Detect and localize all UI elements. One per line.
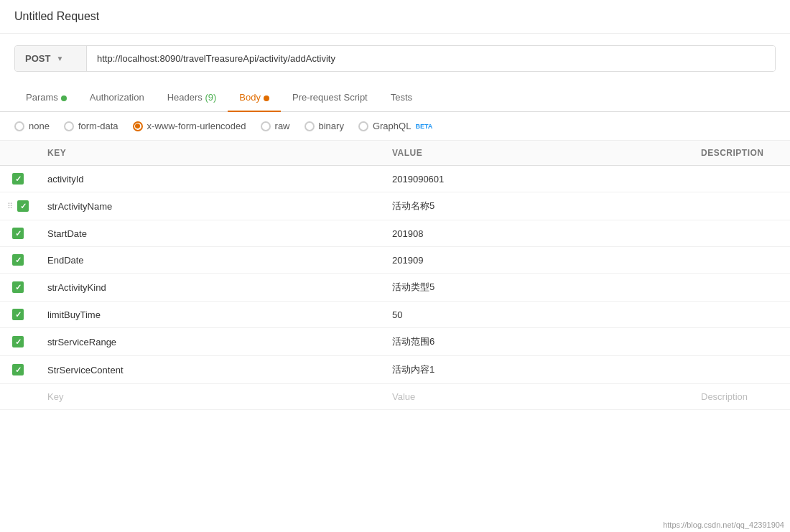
empty-key-cell[interactable]: Key: [36, 384, 381, 409]
row-desc-cell[interactable]: [689, 220, 790, 246]
body-type-none[interactable]: none: [14, 121, 50, 131]
row-checkbox-cell: [0, 274, 36, 301]
row-key-cell[interactable]: EndDate: [36, 247, 381, 273]
row-key-cell[interactable]: StartDate: [36, 220, 381, 246]
row-desc-cell[interactable]: [689, 247, 790, 273]
row-desc-cell[interactable]: [689, 192, 790, 220]
table-row: ⠿ strActivityName 活动名称5: [0, 192, 790, 220]
beta-badge: BETA: [415, 123, 432, 130]
row-checkbox-cell: [0, 247, 36, 273]
row-checkbox[interactable]: [12, 336, 24, 347]
radio-binary: [305, 121, 315, 131]
tab-tests[interactable]: Tests: [379, 83, 424, 111]
row-desc-cell[interactable]: [689, 166, 790, 192]
row-checkbox[interactable]: [12, 364, 24, 375]
body-dot: [264, 95, 269, 101]
col-header-value: VALUE: [381, 141, 689, 165]
table-row: limitBuyTime 50: [0, 302, 790, 328]
row-checkbox[interactable]: [12, 281, 24, 293]
row-desc-cell[interactable]: [689, 328, 790, 355]
row-checkbox-cell: [0, 220, 36, 246]
col-header-key: KEY: [36, 141, 381, 165]
table-header: KEY VALUE DESCRIPTION: [0, 141, 790, 166]
url-input[interactable]: [87, 46, 775, 71]
row-key-cell[interactable]: StrServiceContent: [36, 356, 381, 383]
row-key-cell[interactable]: strActivityName: [36, 192, 381, 220]
body-type-graphql[interactable]: GraphQL BETA: [358, 121, 432, 131]
row-key-cell[interactable]: strServiceRange: [36, 328, 381, 355]
row-key-cell[interactable]: limitBuyTime: [36, 302, 381, 327]
chevron-down-icon: ▼: [56, 55, 63, 62]
row-checkbox[interactable]: [12, 254, 24, 266]
params-dot: [61, 95, 67, 101]
tab-pre-request-script[interactable]: Pre-request Script: [281, 83, 379, 111]
row-checkbox[interactable]: [12, 173, 24, 185]
tab-body[interactable]: Body: [228, 83, 281, 111]
row-checkbox-cell: [0, 302, 36, 327]
body-type-form-data[interactable]: form-data: [64, 121, 118, 131]
body-type-binary[interactable]: binary: [305, 121, 344, 131]
row-value-cell[interactable]: 201909: [381, 247, 689, 273]
row-checkbox[interactable]: [12, 228, 24, 239]
page-title: Untitled Request: [0, 0, 790, 34]
table-row: strActivityKind 活动类型5: [0, 274, 790, 302]
tab-authorization[interactable]: Authorization: [78, 83, 156, 111]
body-type-x-www-form-urlencoded[interactable]: x-www-form-urlencoded: [133, 121, 246, 131]
row-checkbox[interactable]: [17, 200, 29, 212]
method-selector[interactable]: POST ▼: [15, 46, 87, 71]
empty-checkbox-cell: [0, 384, 36, 409]
row-value-cell[interactable]: 活动类型5: [381, 274, 689, 301]
params-table: KEY VALUE DESCRIPTION activityId 2019090…: [0, 141, 790, 410]
table-row: EndDate 201909: [0, 247, 790, 274]
empty-value-cell[interactable]: Value: [381, 384, 689, 409]
drag-handle-icon[interactable]: ⠿: [7, 202, 13, 211]
empty-desc-cell[interactable]: Description: [689, 384, 790, 409]
headers-badge: (9): [205, 92, 216, 103]
row-checkbox-cell: [0, 328, 36, 355]
body-type-raw[interactable]: raw: [261, 121, 290, 131]
table-row-empty: Key Value Description: [0, 384, 790, 410]
method-label: POST: [25, 53, 50, 64]
row-checkbox-cell: ⠿: [0, 192, 36, 220]
row-key-cell[interactable]: strActivityKind: [36, 274, 381, 301]
table-row: StrServiceContent 活动内容1: [0, 356, 790, 384]
table-row: activityId 2019090601: [0, 166, 790, 192]
row-checkbox[interactable]: [12, 309, 24, 320]
row-value-cell[interactable]: 50: [381, 302, 689, 327]
request-bar: POST ▼: [14, 45, 776, 72]
radio-none: [14, 121, 24, 131]
row-checkbox-cell: [0, 356, 36, 383]
row-key-cell[interactable]: activityId: [36, 166, 381, 192]
radio-x-www-form-urlencoded: [133, 121, 143, 131]
row-value-cell[interactable]: 活动范围6: [381, 328, 689, 355]
row-value-cell[interactable]: 活动内容1: [381, 356, 689, 383]
tab-params[interactable]: Params: [14, 83, 78, 111]
table-row: StartDate 201908: [0, 220, 790, 247]
row-value-cell[interactable]: 201908: [381, 220, 689, 246]
radio-form-data: [64, 121, 74, 131]
tab-headers[interactable]: Headers (9): [156, 83, 228, 111]
row-value-cell[interactable]: 活动名称5: [381, 192, 689, 220]
row-desc-cell[interactable]: [689, 302, 790, 327]
table-row: strServiceRange 活动范围6: [0, 328, 790, 356]
tabs-bar: Params Authorization Headers (9) Body Pr…: [0, 83, 790, 112]
radio-raw: [261, 121, 271, 131]
col-header-description: DESCRIPTION: [689, 141, 790, 165]
col-header-checkbox: [0, 141, 36, 165]
radio-graphql: [358, 121, 368, 131]
row-desc-cell[interactable]: [689, 274, 790, 301]
row-desc-cell[interactable]: [689, 356, 790, 383]
row-value-cell[interactable]: 2019090601: [381, 166, 689, 192]
body-type-bar: none form-data x-www-form-urlencoded raw…: [0, 112, 790, 141]
row-checkbox-cell: [0, 166, 36, 192]
